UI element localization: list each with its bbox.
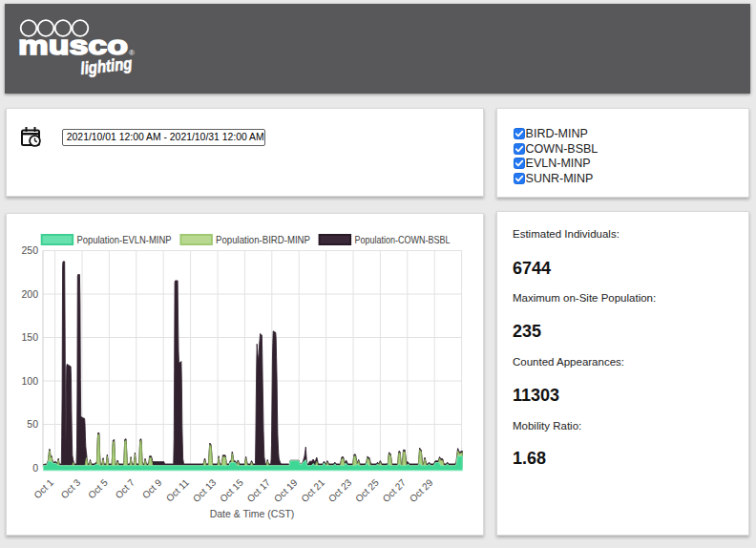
svg-text:100: 100: [21, 375, 38, 387]
svg-text:Oct 17: Oct 17: [245, 476, 273, 504]
svg-text:Population-COWN-BSBL: Population-COWN-BSBL: [355, 234, 451, 245]
svg-text:200: 200: [21, 288, 38, 300]
svg-text:Oct 19: Oct 19: [272, 476, 300, 504]
svg-text:Oct 11: Oct 11: [164, 476, 191, 503]
svg-text:Oct 15: Oct 15: [218, 476, 245, 504]
svg-text:50: 50: [27, 418, 38, 430]
svg-text:Population-EVLN-MINP: Population-EVLN-MINP: [77, 234, 172, 245]
svg-text:Oct 3: Oct 3: [59, 476, 83, 500]
svg-text:Oct 21: Oct 21: [299, 476, 326, 504]
svg-text:Oct 5: Oct 5: [86, 476, 110, 500]
svg-text:0: 0: [32, 462, 38, 474]
svg-text:Oct 29: Oct 29: [408, 476, 435, 504]
svg-text:150: 150: [21, 331, 38, 343]
svg-text:Oct 9: Oct 9: [140, 476, 164, 500]
svg-text:Oct 7: Oct 7: [114, 476, 137, 500]
svg-text:Date & Time (CST): Date & Time (CST): [210, 508, 295, 519]
svg-text:Oct 1: Oct 1: [32, 476, 55, 500]
svg-text:lighting: lighting: [79, 53, 133, 78]
svg-text:Oct 27: Oct 27: [381, 476, 409, 504]
svg-text:Oct 25: Oct 25: [353, 476, 381, 504]
svg-text:Population-BIRD-MINP: Population-BIRD-MINP: [216, 234, 310, 245]
svg-text:Oct 13: Oct 13: [191, 476, 219, 504]
svg-text:Oct 23: Oct 23: [326, 476, 354, 504]
svg-text:250: 250: [21, 244, 38, 256]
